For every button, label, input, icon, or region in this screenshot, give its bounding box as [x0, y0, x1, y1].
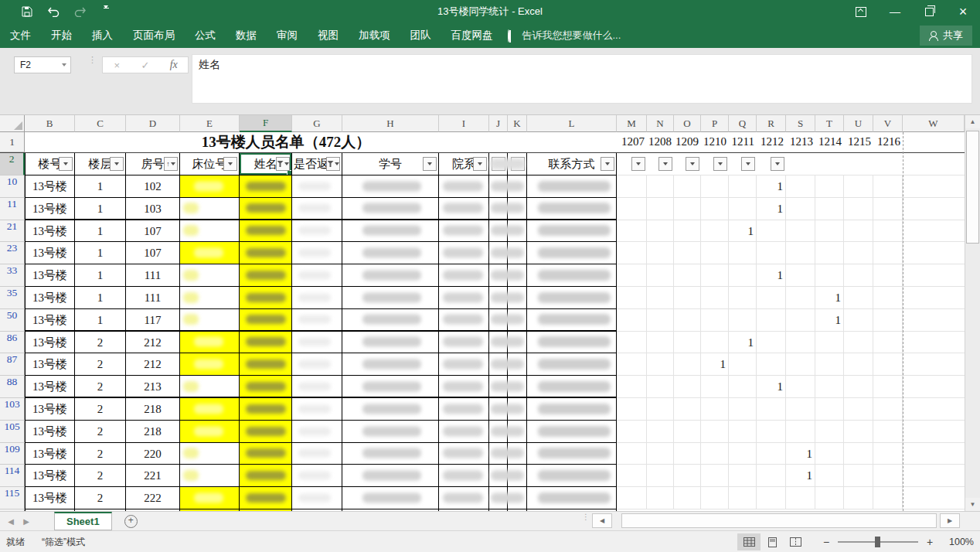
cell-H109[interactable]	[342, 443, 439, 465]
cell-Q11[interactable]	[729, 198, 757, 220]
cell-O86[interactable]	[674, 332, 701, 354]
cell-S35[interactable]	[786, 287, 815, 309]
filter-button-N[interactable]	[658, 157, 672, 171]
cell-J87[interactable]	[489, 353, 508, 376]
cell-G11[interactable]	[292, 198, 342, 220]
cell-J11[interactable]	[489, 198, 508, 220]
cell-O23[interactable]	[674, 242, 701, 264]
share-button[interactable]: 共享	[920, 26, 972, 46]
cell-N50[interactable]	[647, 309, 674, 332]
cell-W114[interactable]	[903, 465, 965, 487]
cell-J114[interactable]	[489, 465, 508, 487]
redo-icon[interactable]	[66, 0, 93, 23]
cell-W109[interactable]	[903, 443, 965, 465]
cell-W35[interactable]	[903, 287, 965, 309]
ribbon-tab-6[interactable]: 审阅	[267, 23, 308, 48]
cell-M103[interactable]	[617, 398, 647, 421]
cell-F114[interactable]	[240, 465, 292, 487]
cell-S105[interactable]	[786, 421, 815, 443]
cell-U10[interactable]	[844, 175, 873, 198]
cell-V87[interactable]	[873, 353, 903, 376]
cell-L109[interactable]	[527, 443, 617, 465]
cell-Q115[interactable]	[729, 487, 757, 509]
row-header-33[interactable]: 33	[0, 264, 25, 287]
cell-J103[interactable]	[489, 398, 508, 421]
row-header-10[interactable]: 10	[0, 175, 25, 198]
cell-J105[interactable]	[489, 421, 508, 443]
zoom-level[interactable]: 100%	[938, 537, 974, 547]
ribbon-tab-9[interactable]: 团队	[400, 23, 441, 48]
ribbon-tab-3[interactable]: 页面布局	[123, 23, 185, 48]
cell-R109[interactable]	[757, 443, 786, 465]
column-header-P[interactable]: P	[701, 115, 729, 132]
cell-S103[interactable]	[786, 398, 815, 421]
cell-I103[interactable]	[439, 398, 489, 421]
cell-E10[interactable]	[180, 175, 240, 198]
cell-E114[interactable]	[180, 465, 240, 487]
cell-I21[interactable]	[439, 220, 489, 243]
filter-button-E[interactable]	[223, 157, 237, 171]
header-cell-D[interactable]: 房号↑	[126, 153, 180, 175]
cell-H21[interactable]	[342, 220, 439, 243]
cell-C33[interactable]: 1	[75, 264, 126, 287]
cell-B109[interactable]: 13号楼	[25, 443, 75, 465]
cell-M35[interactable]	[617, 287, 647, 309]
cell-H11[interactable]	[342, 198, 439, 220]
filter-button-P[interactable]	[713, 157, 727, 171]
cell-E109[interactable]	[180, 443, 240, 465]
cell-L11[interactable]	[527, 198, 617, 220]
cell-D23[interactable]: 107	[126, 242, 180, 264]
cell-N10[interactable]	[647, 175, 674, 198]
row-header-21[interactable]: 21	[0, 220, 25, 243]
cell-M10[interactable]	[617, 175, 647, 198]
restore-icon[interactable]	[912, 0, 946, 23]
cell-M115[interactable]	[617, 487, 647, 509]
filter-button-D[interactable]: ↑	[164, 157, 178, 171]
undo-icon[interactable]	[40, 0, 66, 23]
cell-O50[interactable]	[674, 309, 701, 332]
cell-W33[interactable]	[903, 264, 965, 287]
cell-M23[interactable]	[617, 242, 647, 264]
cell-P10[interactable]	[701, 175, 729, 198]
header-cell-U[interactable]	[844, 153, 873, 175]
cell-Q21[interactable]: 1	[729, 220, 757, 243]
row-header-109[interactable]: 109	[0, 443, 25, 465]
cell-R103[interactable]	[757, 398, 786, 421]
cell-T21[interactable]	[815, 220, 844, 243]
column-header-K[interactable]: K	[508, 115, 527, 132]
column-header-U[interactable]: U	[844, 115, 873, 132]
cell-Q103[interactable]	[729, 398, 757, 421]
filter-button-H[interactable]	[423, 157, 437, 171]
cell-U109[interactable]	[844, 443, 873, 465]
ribbon-tab-1[interactable]: 开始	[41, 23, 82, 48]
cell-O103[interactable]	[674, 398, 701, 421]
cell-G35[interactable]	[292, 287, 342, 309]
cell-E86[interactable]	[180, 332, 240, 354]
column-header-M[interactable]: M	[617, 115, 647, 132]
filter-button-L[interactable]	[601, 157, 614, 171]
cell-O11[interactable]	[674, 198, 701, 220]
cell-S10[interactable]	[786, 175, 815, 198]
page-break-preview-icon[interactable]	[784, 533, 807, 550]
cell-R21[interactable]	[757, 220, 786, 243]
header-cell-I[interactable]: 院系	[439, 153, 489, 175]
filter-button-C[interactable]	[110, 157, 124, 171]
cell-P105[interactable]	[701, 421, 729, 443]
row-header-86[interactable]: 86	[0, 332, 25, 354]
zoom-slider[interactable]	[838, 541, 918, 543]
cell-U11[interactable]	[844, 198, 873, 220]
vertical-scrollbar-thumb[interactable]	[966, 131, 979, 244]
cell-B50[interactable]: 13号楼	[25, 309, 75, 332]
scroll-up-icon[interactable]: ▲	[965, 115, 980, 128]
cell-B35[interactable]: 13号楼	[25, 287, 75, 309]
filter-button-R[interactable]	[771, 157, 784, 171]
cell-W21[interactable]	[903, 220, 965, 243]
column-header-F[interactable]: F	[240, 115, 292, 132]
row-header-2[interactable]: 2	[0, 153, 25, 175]
cell-T10[interactable]	[815, 175, 844, 198]
cell-B33[interactable]: 13号楼	[25, 264, 75, 287]
cell-M114[interactable]	[617, 465, 647, 487]
cell-L21[interactable]	[527, 220, 617, 243]
cell-H35[interactable]	[342, 287, 439, 309]
cell-W115[interactable]	[903, 487, 965, 509]
